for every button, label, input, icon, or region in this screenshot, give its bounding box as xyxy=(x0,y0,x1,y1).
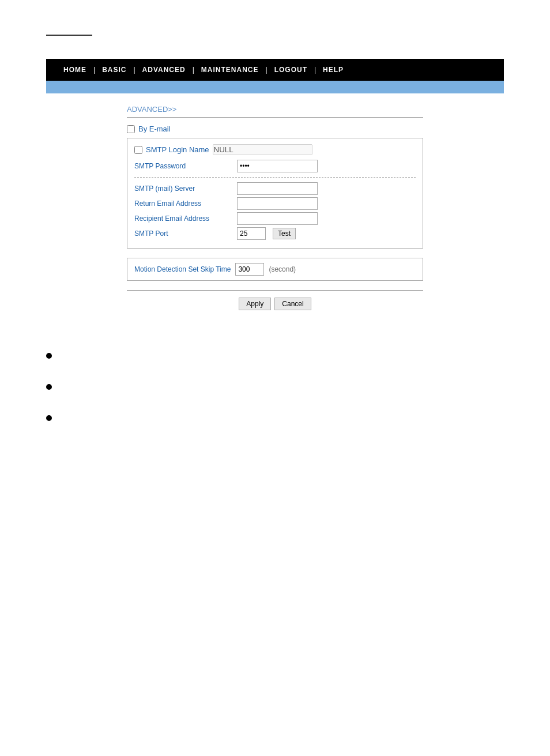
bullet-dot-2 xyxy=(46,384,52,390)
smtp-server-row: SMTP (mail) Server xyxy=(134,182,416,195)
bullet-dot-1 xyxy=(46,353,52,359)
nav-logout[interactable]: LOGOUT xyxy=(269,63,313,76)
recipient-email-label: Recipient Email Address xyxy=(134,215,232,223)
by-email-row: By E-mail xyxy=(127,125,423,133)
email-settings-box: SMTP Login Name SMTP Password SMTP (mail… xyxy=(127,138,423,249)
return-email-row: Return Email Address xyxy=(134,197,416,210)
apply-button[interactable]: Apply xyxy=(239,298,271,310)
smtp-password-label: SMTP Password xyxy=(134,162,232,170)
recipient-email-row: Recipient Email Address xyxy=(134,212,416,225)
breadcrumb: ADVANCED>> xyxy=(127,105,504,114)
bullet-item-2 xyxy=(46,382,504,390)
nav-basic[interactable]: BASIC xyxy=(96,63,132,76)
smtp-login-input[interactable] xyxy=(213,144,312,155)
test-button[interactable]: Test xyxy=(273,228,296,239)
bullet-dot-3 xyxy=(46,415,52,421)
smtp-login-row: SMTP Login Name xyxy=(134,144,416,155)
return-email-label: Return Email Address xyxy=(134,200,232,208)
by-email-checkbox[interactable] xyxy=(127,125,135,133)
blue-accent-bar xyxy=(46,81,504,93)
top-decorative-line xyxy=(46,35,92,36)
smtp-server-input[interactable] xyxy=(237,182,318,195)
dotted-divider xyxy=(134,177,416,178)
motion-unit: (second) xyxy=(269,265,296,273)
bullet-section xyxy=(46,351,504,421)
smtp-port-input[interactable] xyxy=(237,227,266,240)
cancel-button[interactable]: Cancel xyxy=(274,298,311,310)
by-email-label: By E-mail xyxy=(138,125,171,133)
smtp-port-row: SMTP Port Test xyxy=(134,227,416,240)
recipient-email-input[interactable] xyxy=(237,212,318,225)
breadcrumb-divider xyxy=(127,117,423,118)
main-content: ADVANCED>> By E-mail SMTP Login Name SMT… xyxy=(46,93,504,333)
smtp-password-row: SMTP Password xyxy=(134,160,416,172)
nav-maintenance[interactable]: MAINTENANCE xyxy=(195,63,265,76)
smtp-login-checkbox[interactable] xyxy=(134,146,142,154)
nav-home[interactable]: HOME xyxy=(58,63,92,76)
nav-help[interactable]: HELP xyxy=(317,63,349,76)
smtp-password-input[interactable] xyxy=(237,160,318,172)
smtp-login-label: SMTP Login Name xyxy=(146,145,209,154)
motion-detection-label: Motion Detection Set Skip Time xyxy=(134,265,231,273)
bottom-divider xyxy=(127,290,423,291)
form-section: By E-mail SMTP Login Name SMTP Password … xyxy=(127,125,423,310)
motion-detection-box: Motion Detection Set Skip Time (second) xyxy=(127,258,423,281)
action-buttons: Apply Cancel xyxy=(127,298,423,310)
bullet-item-1 xyxy=(46,351,504,359)
motion-detection-input[interactable] xyxy=(235,263,264,276)
smtp-server-label: SMTP (mail) Server xyxy=(134,185,232,193)
navbar: HOME | BASIC | ADVANCED | MAINTENANCE | … xyxy=(46,59,504,81)
smtp-port-label: SMTP Port xyxy=(134,230,232,238)
return-email-input[interactable] xyxy=(237,197,318,210)
bullet-item-3 xyxy=(46,413,504,421)
nav-advanced[interactable]: ADVANCED xyxy=(137,63,191,76)
